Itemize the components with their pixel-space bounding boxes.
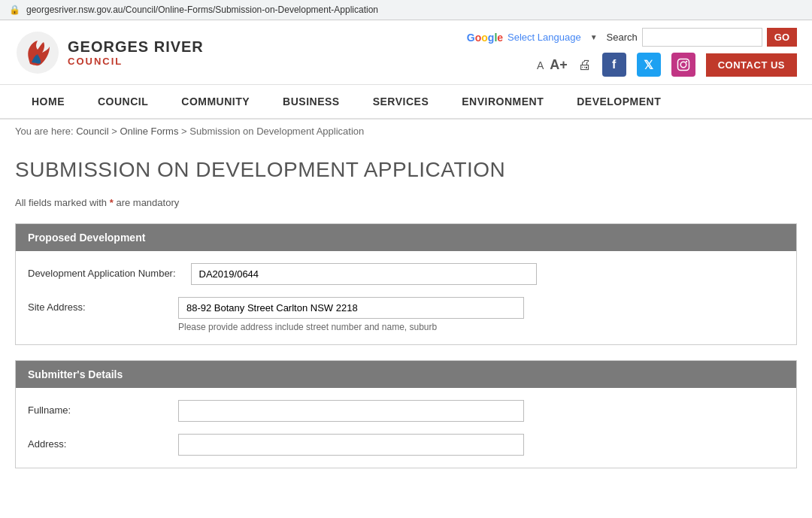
- lock-icon: 🔒: [9, 5, 20, 15]
- site-address-hint: Please provide address include street nu…: [178, 322, 784, 332]
- site-address-field-area: Please provide address include street nu…: [178, 297, 784, 332]
- logo-area: GEORGES RIVER COUNCIL: [15, 30, 204, 75]
- svg-point-2: [680, 62, 686, 68]
- header-right: Google Select Language ▼ Search GO A A+ …: [467, 28, 797, 77]
- browser-bar: 🔒 georgesriver.nsw.gov.au/Council/Online…: [0, 0, 812, 20]
- select-language-label: Select Language: [508, 32, 581, 43]
- nav-item-home[interactable]: HOME: [15, 85, 81, 118]
- council-logo: [15, 30, 60, 75]
- submitters-details-body: Fullname: Address:: [16, 388, 796, 468]
- logo-name: GEORGES RIVER: [68, 38, 204, 56]
- mandatory-asterisk: *: [110, 197, 114, 208]
- address-field-area: [178, 434, 784, 456]
- proposed-development-header: Proposed Development: [16, 224, 796, 251]
- nav-item-environment[interactable]: ENVIRONMENT: [445, 85, 560, 118]
- da-number-field-area: [191, 263, 784, 285]
- nav-item-community[interactable]: COMMUNITY: [165, 85, 266, 118]
- breadcrumb-online-forms[interactable]: Online Forms: [120, 126, 178, 137]
- page-title: SUBMISSION ON DEVELOPMENT APPLICATION: [15, 158, 797, 182]
- nav-item-development[interactable]: DEVELOPMENT: [560, 85, 677, 118]
- nav-item-business[interactable]: BUSINESS: [266, 85, 356, 118]
- language-dropdown-arrow[interactable]: ▼: [590, 33, 598, 41]
- logo-text: GEORGES RIVER COUNCIL: [68, 38, 204, 68]
- svg-rect-1: [677, 59, 689, 71]
- fullname-label: Fullname:: [28, 400, 163, 416]
- font-size-controls: A A+: [537, 57, 568, 73]
- address-label: Address:: [28, 434, 163, 450]
- contact-us-button[interactable]: CONTACT US: [706, 53, 797, 77]
- font-small-button[interactable]: A: [537, 59, 544, 71]
- print-icon[interactable]: 🖨: [578, 57, 592, 73]
- da-number-label: Development Application Number:: [28, 263, 176, 279]
- breadcrumb-current: Submission on Development Application: [189, 126, 364, 137]
- facebook-icon[interactable]: f: [602, 53, 626, 77]
- da-number-input[interactable]: [191, 263, 537, 285]
- site-address-label: Site Address:: [28, 297, 163, 313]
- twitter-icon[interactable]: 𝕏: [637, 53, 661, 77]
- breadcrumb: You are here: Council > Online Forms > S…: [0, 120, 812, 143]
- proposed-development-section: Proposed Development Development Applica…: [15, 223, 797, 345]
- da-number-row: Development Application Number:: [28, 263, 784, 285]
- nav-item-council[interactable]: COUNCIL: [81, 85, 165, 118]
- instagram-icon[interactable]: [671, 53, 695, 77]
- google-logo: Google: [467, 32, 503, 44]
- nav-item-services[interactable]: SERVICES: [356, 85, 446, 118]
- header-top-row: Google Select Language ▼ Search GO: [467, 28, 797, 47]
- search-area: Search GO: [607, 28, 797, 47]
- font-large-button[interactable]: A+: [550, 57, 568, 73]
- navigation: HOME COUNCIL COMMUNITY BUSINESS SERVICES…: [0, 85, 812, 120]
- address-row: Address:: [28, 434, 784, 456]
- breadcrumb-council[interactable]: Council: [76, 126, 108, 137]
- fullname-row: Fullname:: [28, 400, 784, 422]
- breadcrumb-prefix: You are here:: [15, 126, 76, 137]
- search-input[interactable]: [642, 28, 762, 47]
- proposed-development-body: Development Application Number: Site Add…: [16, 251, 796, 344]
- logo-council: COUNCIL: [68, 56, 204, 68]
- submitter-address-input[interactable]: [178, 434, 524, 456]
- site-address-input[interactable]: [178, 297, 524, 319]
- submitters-details-header: Submitter's Details: [16, 361, 796, 388]
- url-text: georgesriver.nsw.gov.au/Council/Online-F…: [26, 5, 378, 15]
- go-button[interactable]: GO: [767, 28, 797, 47]
- header: GEORGES RIVER COUNCIL Google Select Lang…: [0, 20, 812, 85]
- fullname-field-area: [178, 400, 784, 422]
- fullname-input[interactable]: [178, 400, 524, 422]
- main-content: SUBMISSION ON DEVELOPMENT APPLICATION Al…: [0, 143, 812, 506]
- header-bottom-row: A A+ 🖨 f 𝕏 CONTACT US: [537, 53, 797, 77]
- search-label: Search: [607, 32, 638, 43]
- select-language-button[interactable]: Google Select Language: [467, 32, 581, 44]
- mandatory-note: All fields marked with * are mandatory: [15, 197, 797, 208]
- svg-point-3: [686, 61, 687, 62]
- submitters-details-section: Submitter's Details Fullname: Address:: [15, 360, 797, 468]
- site-address-row: Site Address: Please provide address inc…: [28, 297, 784, 332]
